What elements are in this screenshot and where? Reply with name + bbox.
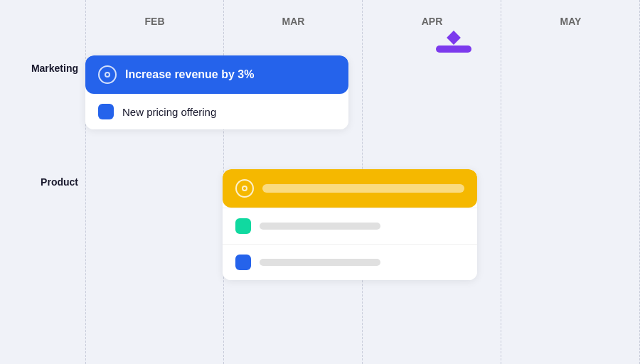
marketing-row: Marketing Increase revenue by 3% New pri… [85, 43, 640, 156]
product-secondary-bar-teal [260, 223, 380, 230]
gantt-chart: FEB MAR APR MAY Marketing Inc [0, 0, 640, 364]
product-label: Product [0, 176, 78, 188]
product-secondary-bar-blue [260, 259, 380, 266]
marketing-primary-label: Increase revenue by 3% [125, 68, 254, 81]
month-feb: FEB [85, 0, 224, 43]
circle-icon-yellow-inner [242, 186, 247, 191]
month-mar: MAR [224, 0, 363, 43]
product-blue-dot-icon [235, 255, 251, 270]
today-indicator [436, 33, 471, 53]
product-secondary-item-teal[interactable] [223, 208, 477, 244]
marketing-secondary-label: New pricing offering [122, 106, 216, 118]
circle-icon-yellow [235, 179, 254, 198]
circle-icon [98, 65, 117, 84]
today-bar [436, 46, 471, 53]
marketing-label: Marketing [0, 63, 78, 74]
month-header: FEB MAR APR MAY [0, 0, 640, 43]
gantt-rows: Marketing Increase revenue by 3% New pri… [0, 43, 640, 299]
blue-dot-icon [98, 104, 114, 119]
marketing-primary-item[interactable]: Increase revenue by 3% [85, 55, 348, 94]
product-row: Product [85, 156, 640, 299]
marketing-card[interactable]: Increase revenue by 3% New pricing offer… [85, 55, 348, 129]
product-primary-bar [262, 184, 464, 193]
circle-icon-inner [105, 72, 110, 77]
product-primary-item[interactable] [223, 169, 477, 208]
marketing-secondary-item[interactable]: New pricing offering [85, 94, 348, 129]
today-diamond-icon [447, 31, 461, 45]
product-card[interactable] [223, 169, 477, 280]
month-may: MAY [501, 0, 640, 43]
product-secondary-item-blue[interactable] [223, 244, 477, 280]
month-apr: APR [363, 0, 501, 43]
teal-dot-icon [235, 218, 251, 234]
